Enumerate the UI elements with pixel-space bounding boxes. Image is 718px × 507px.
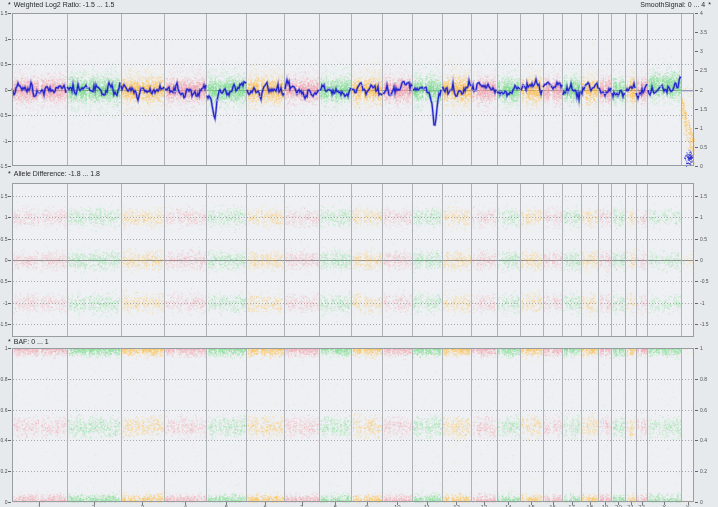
track3-title: BAF: 0 ... 1: [14, 338, 49, 345]
track1-marker: *: [8, 1, 11, 9]
track3-marker: *: [8, 338, 11, 346]
track1-header: *Weighted Log2 Ratio: -1.5 ... 1.5: [8, 1, 114, 9]
smoothsignal-marker: *: [708, 1, 711, 9]
genome-tracks-canvas[interactable]: [0, 0, 718, 507]
track2-header: *Allele Difference: -1.8 ... 1.8: [8, 170, 100, 178]
genome-browser-panel: *Weighted Log2 Ratio: -1.5 ... 1.5 Smoot…: [0, 0, 718, 507]
track3-header: *BAF: 0 ... 1: [8, 338, 49, 346]
track1-title: Weighted Log2 Ratio: -1.5 ... 1.5: [14, 1, 115, 8]
track2-title: Allele Difference: -1.8 ... 1.8: [14, 170, 100, 177]
smoothsignal-header: SmoothSignal: 0 ... 4*: [640, 1, 711, 9]
track2-marker: *: [8, 170, 11, 178]
smoothsignal-title: SmoothSignal: 0 ... 4: [640, 1, 705, 8]
